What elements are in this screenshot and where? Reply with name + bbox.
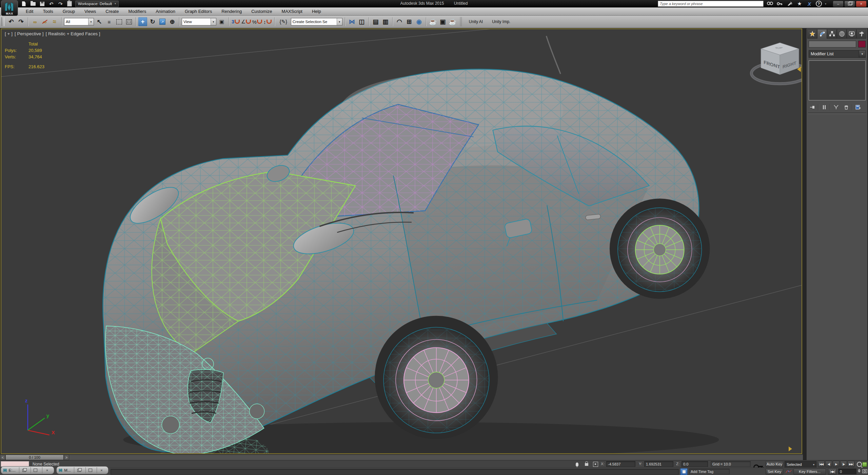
front-wheel[interactable]	[375, 316, 498, 439]
menu-graph-editors[interactable]: Graph Editors	[180, 8, 217, 15]
minimized-window-explorer[interactable]: E:... ×	[1, 466, 54, 474]
selection-filter-dropdown[interactable]: All ▼	[64, 18, 94, 25]
render-production-button[interactable]: ☕	[448, 17, 457, 26]
viewport-canvas[interactable]: z X y FRONT RIGHT TOP	[1, 29, 802, 453]
rendered-frame-window-button[interactable]: ▣	[438, 17, 447, 26]
remove-modifier-button[interactable]	[842, 104, 851, 111]
menu-modifiers[interactable]: Modifiers	[123, 8, 151, 15]
modifier-list-dropdown[interactable]: Modifier List ▼	[809, 50, 866, 58]
select-object-button[interactable]: ↖	[95, 17, 104, 26]
viewport-menu-general[interactable]: [ + ]	[5, 31, 13, 36]
undo-scene-button[interactable]: ↶	[7, 17, 16, 26]
select-and-link-button[interactable]: ∞	[31, 17, 39, 26]
modifier-stack-list[interactable]	[809, 60, 866, 100]
close-button[interactable]: ×	[856, 1, 867, 7]
select-and-rotate-button[interactable]: ↻	[148, 17, 157, 26]
use-pivot-point-center-button[interactable]: ▣	[217, 17, 226, 26]
configure-modifier-sets-button[interactable]	[854, 104, 863, 111]
tab-display[interactable]	[847, 29, 856, 39]
time-slider-handle[interactable]: 0 / 100	[5, 455, 64, 460]
angle-snap-toggle-button[interactable]: ∠	[241, 17, 251, 26]
tab-utilities[interactable]	[856, 29, 866, 39]
open-file-button[interactable]	[29, 1, 36, 7]
previous-frame-button[interactable]: ◀|	[825, 461, 832, 467]
rear-wheel[interactable]	[610, 198, 710, 299]
window-restore-button[interactable]	[74, 467, 83, 473]
undo-button[interactable]: ↶▾	[48, 1, 55, 7]
help-dropdown-arrow[interactable]: ▾	[825, 2, 826, 5]
adaptive-degradation-toggle[interactable]	[680, 468, 688, 475]
menu-group[interactable]: Group	[58, 8, 80, 15]
curve-editor-button[interactable]: ◠	[395, 17, 404, 26]
window-crossing-toggle-button[interactable]	[124, 17, 133, 26]
schematic-view-button[interactable]: ⊞	[405, 17, 414, 26]
window-minimize-button[interactable]	[85, 467, 95, 473]
perspective-viewport[interactable]: z X y FRONT RIGHT TOP [ + ] [ Perspectiv…	[1, 28, 802, 454]
snaps-toggle-button[interactable]: 3	[231, 17, 240, 26]
unity-imp-button[interactable]: Unity Imp.	[488, 18, 514, 26]
spinner-down[interactable]	[858, 471, 861, 473]
align-button[interactable]: ◫	[357, 17, 366, 26]
key-mode-toggle-button[interactable]: |◀▶|	[828, 468, 837, 475]
minimized-window-material[interactable]: M... ×	[56, 466, 108, 474]
tab-create[interactable]	[807, 29, 817, 39]
right-fog-light[interactable]	[250, 404, 264, 419]
workspace-selector[interactable]: Workspace: Default ▾	[75, 1, 119, 7]
time-slider-track[interactable]	[69, 455, 803, 460]
unity-ai-button[interactable]: Unity AI	[465, 18, 487, 26]
object-name-field[interactable]	[809, 41, 856, 48]
help-button[interactable]: ?	[816, 1, 822, 7]
go-to-end-button[interactable]: ▶▶|	[848, 461, 854, 467]
car-model[interactable]	[103, 36, 710, 453]
restore-button[interactable]	[844, 1, 855, 7]
viewcube[interactable]: FRONT RIGHT TOP	[751, 43, 802, 84]
play-animation-button[interactable]: ▶	[833, 461, 840, 467]
key-filters-button[interactable]: Key Filters...	[793, 469, 826, 475]
menu-create[interactable]: Create	[101, 8, 123, 15]
selection-lock-toggle[interactable]	[583, 460, 590, 467]
reference-coordinate-arrow[interactable]: ▼	[211, 18, 216, 25]
key-mode-arrow[interactable]: ▼	[811, 463, 816, 466]
render-setup-button[interactable]: ☕	[429, 17, 437, 26]
material-editor-button[interactable]: ◉	[415, 17, 423, 26]
menu-tools[interactable]: Tools	[38, 8, 58, 15]
make-unique-button[interactable]	[832, 104, 841, 111]
mirror-button[interactable]: ⋈	[348, 17, 356, 26]
key-mode-dropdown[interactable]: Selected ▼	[785, 461, 816, 468]
window-restore-button[interactable]	[19, 467, 29, 473]
bind-to-space-warp-button[interactable]: ≈	[50, 17, 59, 26]
named-selection-sets-dropdown[interactable]: Create Selection Se ▼	[291, 18, 342, 25]
menu-animation[interactable]: Animation	[151, 8, 180, 15]
isolate-selection-toggle[interactable]	[574, 461, 580, 467]
frame-spinner[interactable]	[858, 469, 861, 473]
menu-rendering[interactable]: Rendering	[217, 8, 246, 15]
time-slider-prev-button[interactable]: <	[0, 455, 5, 460]
antenna[interactable]	[546, 36, 560, 74]
new-file-button[interactable]	[20, 1, 27, 7]
tab-modify[interactable]	[817, 29, 827, 39]
percent-snap-toggle-button[interactable]: %	[252, 17, 262, 26]
modifier-list-arrow[interactable]: ▼	[859, 51, 865, 57]
communication-center-icon[interactable]	[786, 1, 793, 7]
graphite-ribbon-button[interactable]: ▥	[381, 17, 390, 26]
edit-named-selection-sets-button[interactable]: {✎}	[277, 17, 290, 26]
show-end-result-button[interactable]	[820, 104, 829, 111]
tab-hierarchy[interactable]	[827, 29, 837, 39]
left-fog-light[interactable]	[162, 416, 179, 434]
object-color-swatch[interactable]	[858, 41, 866, 48]
set-key-curve-icon[interactable]	[785, 468, 792, 474]
next-frame-button[interactable]: |▶	[840, 461, 847, 467]
coord-z-field[interactable]: 0.0	[682, 461, 708, 467]
select-and-move-button[interactable]: +	[138, 17, 147, 26]
redo-scene-button[interactable]: ↷	[17, 17, 25, 26]
select-and-scale-button[interactable]: ↗	[158, 17, 167, 26]
menu-maxscript[interactable]: MAXScript	[277, 8, 307, 15]
search-input[interactable]	[658, 1, 764, 7]
zoom-extents-button[interactable]	[861, 461, 868, 468]
time-configuration-button[interactable]	[861, 469, 868, 475]
window-minimize-button[interactable]	[31, 467, 40, 473]
menu-edit[interactable]: Edit	[21, 8, 38, 15]
redo-dropdown-arrow[interactable]: ▾	[61, 2, 63, 5]
set-key-button[interactable]: Set Key	[766, 469, 783, 475]
manage-layers-button[interactable]: ▤	[371, 17, 380, 26]
